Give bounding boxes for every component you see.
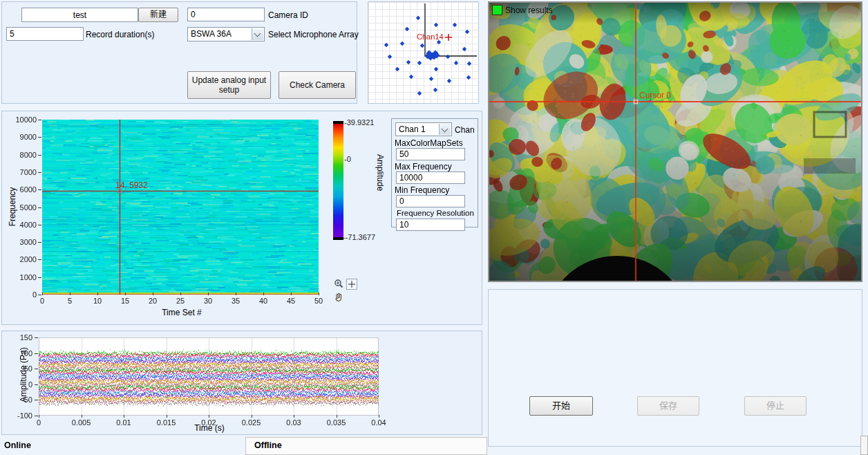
- zoom-tool-icon[interactable]: [333, 279, 345, 290]
- tick-mark: [82, 415, 82, 418]
- save-button[interactable]: 保存: [637, 396, 699, 416]
- tick-mark: [35, 353, 38, 354]
- tick-label: 25: [168, 297, 193, 305]
- tick-mark: [252, 415, 252, 418]
- tick-mark: [209, 415, 209, 418]
- camera-cursor-label: Cursor 0: [639, 91, 671, 100]
- stop-button[interactable]: 停止: [744, 396, 806, 416]
- tick-mark: [38, 120, 41, 120]
- chan-dropdown-arrow[interactable]: [439, 124, 451, 135]
- mic-array-dropdown[interactable]: BSWA 36A: [187, 27, 265, 41]
- tick-label: 35: [223, 297, 248, 305]
- tick-mark: [38, 155, 41, 156]
- tick-label: 45: [279, 297, 303, 305]
- chan-label: Chan: [455, 125, 475, 135]
- max-frequency-label: Max Frequency: [395, 162, 452, 171]
- color-scale-mid-label: -0: [344, 155, 351, 163]
- tick-label: 20: [140, 297, 165, 305]
- tick-label: 0.025: [238, 418, 265, 427]
- tick-mark: [35, 369, 38, 369]
- tick-label: 8000: [5, 151, 37, 159]
- max-frequency-field[interactable]: [396, 171, 465, 184]
- waveform-panel: Amplitude (Pa) Time (s) -100-50050100150…: [1, 331, 482, 435]
- tick-label: 6000: [5, 185, 37, 194]
- camera-acoustic-image[interactable]: [489, 3, 861, 281]
- start-button[interactable]: 开始: [529, 396, 593, 416]
- show-results-checkbox[interactable]: [492, 5, 502, 15]
- mic-highlight-label: Chan14: [417, 32, 444, 41]
- tick-mark: [35, 400, 38, 400]
- tick-mark: [38, 295, 41, 295]
- tick-label: 15: [113, 297, 138, 305]
- tick-label: 5000: [5, 203, 37, 212]
- waveform-plot[interactable]: [39, 337, 379, 416]
- color-scale-max-label: -39.9321: [344, 118, 374, 127]
- tick-mark: [38, 242, 41, 243]
- min-frequency-label: Min Frequency: [395, 185, 449, 195]
- tick-label: 0.04: [365, 418, 393, 427]
- chan-dropdown[interactable]: Chan 1: [395, 122, 452, 136]
- tick-mark: [167, 415, 167, 418]
- tick-label: 50: [306, 297, 331, 305]
- check-camera-button[interactable]: Check Camera: [279, 71, 356, 99]
- tick-label: 1000: [5, 273, 37, 281]
- camera-id-field[interactable]: [187, 8, 265, 21]
- tick-mark: [42, 292, 43, 295]
- tick-mark: [39, 415, 39, 418]
- settings-panel: 新建 Record duration(s) Camera ID BSWA 36A…: [1, 1, 357, 104]
- spectrogram-plot[interactable]: [42, 120, 319, 295]
- tick-label: 7000: [5, 168, 37, 176]
- tick-label: 9000: [5, 133, 37, 141]
- tick-mark: [38, 259, 41, 260]
- tick-label: 0.005: [68, 418, 95, 427]
- new-button[interactable]: 新建: [138, 8, 178, 22]
- tick-mark: [38, 207, 41, 208]
- tick-mark: [35, 384, 38, 385]
- tick-label: 0.035: [323, 418, 350, 427]
- pan-hand-tool-icon[interactable]: [333, 292, 345, 303]
- tick-label: 0: [3, 380, 32, 389]
- tick-label: -50: [3, 396, 32, 404]
- tick-mark: [38, 225, 41, 225]
- tab-online[interactable]: Online: [4, 440, 31, 450]
- tick-label: 10000: [5, 115, 37, 124]
- max-colormap-label: MaxColorMapSets: [395, 138, 463, 148]
- tick-label: 0.02: [195, 418, 223, 427]
- tick-label: 3000: [5, 238, 37, 246]
- record-duration-field[interactable]: [6, 27, 84, 41]
- tick-mark: [38, 189, 41, 190]
- tick-mark: [38, 172, 41, 173]
- camera-view-panel: Show results Cursor 0: [488, 1, 862, 282]
- update-analog-line2: setup: [219, 85, 239, 95]
- show-results-label: Show results: [505, 6, 553, 15]
- scrollbar-fragment[interactable]: [860, 436, 868, 455]
- tick-mark: [97, 292, 98, 295]
- tick-mark: [236, 292, 236, 295]
- tick-label: 0: [25, 418, 53, 427]
- tick-label: 10: [85, 297, 110, 305]
- tick-label: 40: [251, 297, 276, 305]
- session-name-field[interactable]: [21, 8, 138, 22]
- tick-mark: [379, 415, 379, 418]
- update-analog-input-button[interactable]: Update analog input setup: [187, 71, 271, 99]
- mic-array-plot[interactable]: [368, 2, 478, 103]
- mic-array-label: Select Microphone Array: [268, 30, 359, 39]
- tick-label: 2000: [5, 255, 37, 263]
- tick-mark: [208, 292, 209, 295]
- spectrogram-cursor-label: 14, 5932: [115, 180, 148, 190]
- frequency-resolution-field[interactable]: [396, 219, 465, 231]
- chevron-down-icon: [254, 30, 261, 37]
- dropdown-arrow-button[interactable]: [252, 28, 263, 40]
- tick-mark: [153, 292, 153, 295]
- cursor-tool-icon[interactable]: [346, 279, 357, 290]
- spectrogram-panel: 14, 5932 Frequency Time Set # -39.9321 -…: [1, 111, 482, 325]
- min-frequency-field[interactable]: [396, 195, 465, 207]
- tick-mark: [124, 415, 124, 418]
- max-colormap-field[interactable]: [396, 148, 465, 160]
- tab-offline-strip[interactable]: Offline: [245, 437, 487, 455]
- tick-label: 4000: [5, 221, 37, 229]
- tick-mark: [125, 292, 126, 295]
- tick-mark: [35, 416, 38, 416]
- tick-label: 50: [3, 364, 32, 373]
- tick-label: 150: [3, 333, 32, 342]
